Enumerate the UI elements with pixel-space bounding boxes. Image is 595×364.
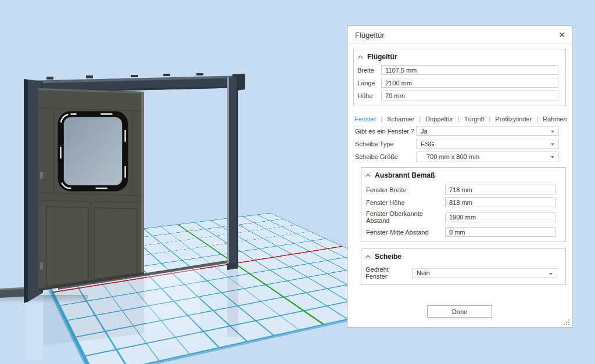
group-scheibe: Scheibe Gedreht Fenster Nein [361,248,566,285]
flugeltur-dialog: Flügeltür ✕ Flügeltür Breite Länge Höhe … [347,26,572,328]
group-scheibe-header[interactable]: Scheibe [361,249,565,264]
group-ausbrannt-title: Ausbrannt Bemaß [375,171,435,179]
hohe-label: Höhe [357,92,381,99]
group-flugeltur-header[interactable]: Flügeltür [354,49,565,64]
fenster-exists-value: Ja [421,128,428,135]
group-flugeltur: Flügeltür Breite Länge Höhe [353,49,566,106]
scheibe-type-select[interactable]: ESG [416,139,559,149]
hinge-mark [40,172,43,179]
fenster-hohe-label: Fenster Höhe [366,199,445,206]
leaf-window[interactable] [61,114,126,189]
hohe-field[interactable] [381,91,558,100]
breite-field[interactable] [381,65,558,75]
fenster-exists-select[interactable]: Ja [416,126,559,136]
close-icon[interactable]: ✕ [558,30,565,40]
breite-label: Breite [357,67,381,74]
chevron-down-icon [551,131,554,133]
lange-label: Länge [357,80,381,87]
chevron-up-icon [365,255,370,260]
done-button[interactable]: Done [427,305,492,318]
field-row: Scheibe Type ESG [355,139,559,149]
field-row: Scheibe Größe 700 mm x 800 mm [355,152,559,161]
chevron-up-icon [365,174,370,178]
tab-turgriff[interactable]: Türgriff [464,116,496,122]
field-row: Fenster-Mitte Abstand [366,227,561,237]
leaf-panel-left [46,207,88,287]
mitte-abstand-field[interactable] [445,227,555,237]
tab-fenster[interactable]: Fenster [354,116,387,122]
field-row: Fenster Höhe [366,197,561,207]
hinge-mark [40,262,43,269]
leaf-panel-right [94,208,137,279]
mitte-abstand-label: Fenster-Mitte Abstand [366,229,445,236]
dialog-title: Flügeltür [355,31,385,39]
tab-scharnier[interactable]: Scharnier [387,116,425,122]
field-row: Länge [357,78,558,88]
tab-doppeltur[interactable]: Doppeltür [425,116,464,122]
chevron-down-icon [551,156,554,158]
door-leaf[interactable] [38,88,144,291]
tab-profilzylinder[interactable]: Profilzylinder [495,116,543,122]
group-ausbrannt: Ausbrannt Bemaß Fenster Breite Fenster H… [361,167,566,242]
gedreht-fenster-value: Nein [417,269,430,276]
scheibe-grosse-value: 700 mm x 800 mm [426,153,479,160]
tab-rahmen[interactable]: Rahmen [543,116,567,122]
lange-field[interactable] [381,78,558,88]
gedreht-fenster-select[interactable]: Nein [412,268,557,278]
oberkannte-abstand-field[interactable] [445,212,555,222]
fenster-breite-field[interactable] [445,185,555,194]
field-row: Gibt es ein Fenster ? Ja [355,126,559,136]
tab-strip: FensterScharnierDoppeltürTürgriffProfilz… [354,116,572,122]
scheibe-grosse-select[interactable]: 700 mm x 800 mm [416,152,559,161]
field-row: Fenster Breite [366,185,561,194]
chevron-up-icon [358,55,363,60]
resize-grip-icon[interactable] [564,319,569,325]
field-row: Höhe [357,91,558,100]
scheibe-grosse-label: Scheibe Größe [355,153,416,160]
fenster-exists-label: Gibt es ein Fenster ? [355,128,416,135]
fenster-breite-label: Fenster Breite [366,186,445,193]
gedreht-fenster-label: Gedreht Fenster [365,266,412,280]
oberkannte-abstand-label: Fenster Oberkannte Abstand [366,210,445,224]
field-row: Fenster Oberkannte Abstand [366,210,561,224]
chevron-down-icon [549,273,553,275]
scheibe-type-value: ESG [421,140,434,147]
scheibe-type-label: Scheibe Type [355,140,416,147]
field-row: Breite [357,65,558,75]
group-scheibe-title: Scheibe [375,253,402,261]
chevron-down-icon [551,143,554,146]
group-ausbrannt-header[interactable]: Ausbrannt Bemaß [361,168,565,182]
fenster-hohe-field[interactable] [445,197,555,207]
group-flugeltur-title: Flügeltür [367,53,397,61]
field-row: Gedreht Fenster Nein [365,266,557,280]
dialog-titlebar[interactable]: Flügeltür ✕ [347,26,572,44]
window-glass [64,117,122,185]
